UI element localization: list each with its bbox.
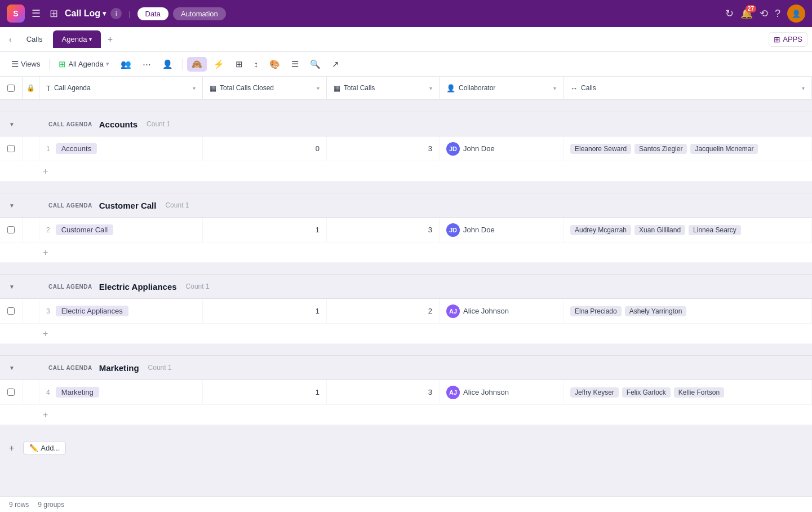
groups-count: 9 groups	[38, 501, 64, 509]
table-row: 3 Electric Appliances 1 2 AJ Alice Johns…	[0, 299, 812, 324]
app-logo[interactable]: S	[7, 5, 25, 23]
app-title[interactable]: Call Log ▾	[65, 8, 106, 19]
tab-agenda[interactable]: Agenda ▾	[53, 30, 101, 48]
call-tag[interactable]: Elna Preciado	[570, 306, 622, 316]
call-tag[interactable]: Jacquelin Mcnemar	[690, 144, 758, 154]
row-lock	[23, 136, 39, 161]
sort-icon-calls: ▾	[802, 85, 805, 91]
user-avatar[interactable]: 👤	[787, 5, 805, 23]
history-icon[interactable]: ⟲	[760, 7, 768, 20]
select-all-checkbox[interactable]	[7, 85, 15, 92]
spacer-final	[0, 425, 812, 436]
collaborator-avatar: JD	[446, 223, 460, 237]
row-checkbox[interactable]	[7, 226, 15, 233]
rows-count: 9 rows	[9, 501, 29, 509]
group-expand-electric-appliances[interactable]: ▼	[9, 284, 20, 290]
sort-icon-agenda: ▾	[193, 85, 196, 91]
group-expand-accounts[interactable]: ▼	[9, 121, 20, 127]
call-tag[interactable]: Jeffry Keyser	[570, 387, 619, 398]
total-closed-value: 1	[316, 226, 320, 234]
nav-automation-button[interactable]: Automation	[173, 7, 226, 20]
call-tag[interactable]: Xuan Gilliland	[634, 225, 685, 235]
item-name[interactable]: Electric Appliances	[56, 306, 128, 316]
add-row-electric-appliances[interactable]: +	[0, 324, 812, 344]
call-tag[interactable]: Kellie Fortson	[674, 387, 724, 398]
call-tag[interactable]: Audrey Mcgarrah	[570, 225, 631, 235]
search-button[interactable]: 🔍	[305, 57, 325, 72]
nav-right: ↻ 🔔 27 ⟲ ? 👤	[725, 5, 805, 23]
fields-button[interactable]: ☰	[287, 57, 303, 72]
item-name[interactable]: Customer Call	[56, 224, 113, 235]
row-checkbox[interactable]	[7, 389, 15, 396]
col-header-agenda[interactable]: T Call Agenda ▾	[39, 77, 203, 99]
apps-button[interactable]: ⊞ APPS	[769, 32, 807, 47]
add-item-button[interactable]: ✏️ Add...	[23, 441, 66, 455]
hamburger-icon[interactable]: ☰	[29, 5, 43, 22]
row-checkbox[interactable]	[7, 307, 15, 315]
table-view-button[interactable]: ⊞	[231, 57, 247, 72]
call-tag[interactable]: Santos Ziegler	[634, 144, 687, 154]
group-info-customer-call: CALL AGENDA Customer Call Count 1	[48, 201, 189, 210]
notification-icon[interactable]: 🔔 27	[740, 7, 753, 20]
sort-button[interactable]: ↕	[250, 57, 263, 71]
group-users-button[interactable]: 👥	[116, 57, 136, 72]
top-nav: S ☰ ⊞ Call Log ▾ i | Data Automation ↻ 🔔…	[0, 0, 812, 27]
hide-fields-button[interactable]: 🙈	[187, 57, 207, 72]
tab-bar: ‹ Calls Agenda ▾ + ⊞ APPS	[0, 27, 812, 52]
color-button[interactable]: 🎨	[265, 57, 285, 72]
col-header-total-closed[interactable]: ▦ Total Calls Closed ▾	[203, 77, 327, 99]
cell-total-closed: 1	[203, 218, 327, 242]
row-checkbox-cell[interactable]	[0, 218, 23, 242]
table-row: 1 Accounts 0 3 JD John Doe Eleanore Sewa…	[0, 136, 812, 161]
nav-data-button[interactable]: Data	[137, 7, 168, 20]
item-name[interactable]: Marketing	[56, 387, 99, 398]
group-expand-customer-call[interactable]: ▼	[9, 202, 20, 209]
row-checkbox-cell[interactable]	[0, 136, 23, 161]
item-name[interactable]: Accounts	[56, 143, 97, 154]
collapse-sidebar-button[interactable]: ‹	[5, 33, 16, 46]
add-row-marketing[interactable]: +	[0, 405, 812, 425]
info-button[interactable]: i	[110, 8, 122, 19]
help-icon[interactable]: ?	[775, 8, 780, 20]
group-expand-marketing[interactable]: ▼	[9, 365, 20, 371]
add-row-accounts[interactable]: +	[0, 161, 812, 182]
col-icon-collaborator: 👤	[446, 84, 455, 92]
collaborator-name: John Doe	[463, 144, 495, 153]
add-tab-button[interactable]: +	[102, 32, 118, 47]
row-checkbox-cell[interactable]	[0, 380, 23, 404]
row-number: 2	[46, 226, 50, 234]
table-container[interactable]: 🔒 T Call Agenda ▾ ▦ Total Calls Closed ▾…	[0, 77, 812, 512]
cell-total-calls: 2	[327, 299, 440, 323]
share-button[interactable]: ↗	[327, 57, 344, 72]
select-all-checkbox-cell[interactable]	[0, 77, 23, 99]
group-info-electric-appliances: CALL AGENDA Electric Appliances Count 1	[48, 282, 210, 292]
row-checkbox[interactable]	[7, 145, 15, 152]
more-options-button[interactable]: ⋯	[138, 57, 156, 72]
collaborator-name: Alice Johnson	[463, 307, 509, 315]
table-row: 2 Customer Call 1 3 JD John Doe Audrey M…	[0, 218, 812, 242]
all-agenda-button[interactable]: ⊞ All Agenda ▾	[54, 57, 113, 72]
cell-calls: Jeffry KeyserFelix GarlockKellie Fortson	[563, 380, 812, 404]
total-calls-value: 3	[428, 226, 432, 234]
cell-total-closed: 0	[203, 136, 327, 161]
call-tag[interactable]: Linnea Searcy	[689, 225, 741, 235]
refresh-icon[interactable]: ↻	[725, 7, 734, 20]
add-button[interactable]: +	[9, 443, 14, 453]
cell-collaborator: JD John Doe	[440, 136, 563, 161]
manage-users-button[interactable]: 👤	[158, 57, 178, 72]
call-tag[interactable]: Ashely Yarrington	[625, 306, 687, 316]
call-tag[interactable]: Eleanore Seward	[570, 144, 631, 154]
col-header-calls[interactable]: ↔ Calls ▾	[563, 77, 812, 99]
group-tag-customer-call: CALL AGENDA	[48, 202, 92, 209]
col-header-total-calls[interactable]: ▦ Total Calls ▾	[327, 77, 440, 99]
call-tag[interactable]: Felix Garlock	[622, 387, 671, 398]
group-button[interactable]: ⚡	[209, 57, 229, 72]
row-checkbox-cell[interactable]	[0, 299, 23, 323]
grid-icon[interactable]: ⊞	[47, 5, 60, 22]
views-button[interactable]: ☰ Views	[7, 57, 45, 72]
row-lock	[23, 218, 39, 242]
group-expand-area-accounts: ▼	[5, 121, 44, 127]
col-header-collaborator[interactable]: 👤 Collaborator ▾	[440, 77, 563, 99]
add-row-customer-call[interactable]: +	[0, 242, 812, 263]
tab-calls[interactable]: Calls	[17, 30, 52, 48]
